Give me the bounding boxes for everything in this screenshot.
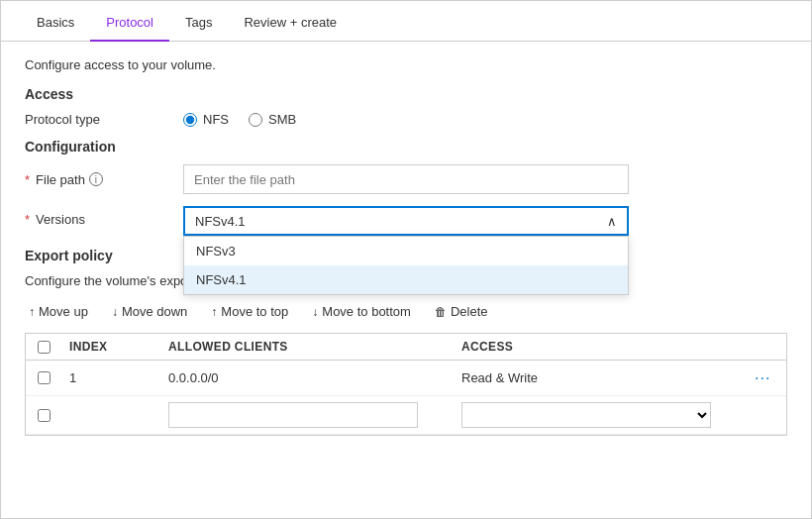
versions-required-star: * xyxy=(25,212,30,227)
file-path-info-icon[interactable]: i xyxy=(89,172,103,186)
th-checkbox xyxy=(26,340,61,354)
row1-checkbox-cell xyxy=(26,365,61,390)
move-to-bottom-icon xyxy=(312,305,318,319)
move-down-button[interactable]: Move down xyxy=(108,302,191,321)
versions-label: * Versions xyxy=(25,206,183,227)
protocol-type-radio-group: NFS SMB xyxy=(183,112,296,127)
new-row-clients-input[interactable] xyxy=(168,402,418,428)
versions-dropdown-container: NFSv4.1 NFSv3 NFSv4.1 xyxy=(183,206,629,236)
versions-option-nfsv41[interactable]: NFSv4.1 xyxy=(184,265,628,294)
page-description: Configure access to your volume. xyxy=(25,57,787,72)
new-row-index xyxy=(61,409,160,421)
new-row-actions xyxy=(747,409,786,421)
new-row-access-select[interactable]: Read & Write Read only xyxy=(461,402,711,428)
main-content: Configure access to your volume. Access … xyxy=(1,42,811,518)
versions-chevron-up-icon xyxy=(607,214,617,229)
smb-radio-option[interactable]: SMB xyxy=(249,112,296,127)
th-index: INDEX xyxy=(61,340,160,354)
nfs-radio[interactable] xyxy=(183,113,197,127)
new-row-access-cell: Read & Write Read only xyxy=(454,396,747,434)
versions-option-nfsv3[interactable]: NFSv3 xyxy=(184,237,628,265)
table-row: 1 0.0.0.0/0 Read & Write ··· xyxy=(26,361,786,396)
export-policy-table: INDEX ALLOWED CLIENTS ACCESS 1 0.0.0.0/0… xyxy=(25,333,787,436)
protocol-type-row: Protocol type NFS SMB xyxy=(25,112,787,127)
more-actions-icon[interactable]: ··· xyxy=(755,369,770,386)
move-up-icon xyxy=(29,305,35,319)
smb-label: SMB xyxy=(268,112,296,127)
versions-row: * Versions NFSv4.1 NFSv3 NFSv4.1 xyxy=(25,206,787,236)
tab-review-create[interactable]: Review + create xyxy=(228,1,353,42)
th-actions xyxy=(747,340,786,354)
tab-tags[interactable]: Tags xyxy=(169,1,228,42)
required-star: * xyxy=(25,172,30,187)
new-row-clients-cell xyxy=(160,396,454,434)
move-down-icon xyxy=(112,305,118,319)
nfs-radio-option[interactable]: NFS xyxy=(183,112,229,127)
move-to-top-icon xyxy=(211,305,217,319)
versions-selected-value: NFSv4.1 xyxy=(195,214,246,229)
delete-button[interactable]: Delete xyxy=(431,302,492,321)
trash-icon xyxy=(435,305,447,319)
select-all-checkbox[interactable] xyxy=(38,341,51,354)
smb-radio[interactable] xyxy=(249,113,262,127)
row1-checkbox[interactable] xyxy=(38,371,51,384)
file-path-input[interactable] xyxy=(183,164,629,194)
row1-more-actions[interactable]: ··· xyxy=(747,363,786,393)
tab-protocol[interactable]: Protocol xyxy=(90,1,169,42)
row1-allowed-clients: 0.0.0.0/0 xyxy=(160,364,454,391)
tab-basics[interactable]: Basics xyxy=(21,1,90,42)
row1-access: Read & Write xyxy=(454,364,747,391)
table-header: INDEX ALLOWED CLIENTS ACCESS xyxy=(26,334,786,361)
nfs-label: NFS xyxy=(203,112,229,127)
export-policy-toolbar: Move up Move down Move to top Move to bo… xyxy=(25,298,787,325)
versions-dropdown[interactable]: NFSv4.1 xyxy=(183,206,629,236)
move-to-top-button[interactable]: Move to top xyxy=(207,302,292,321)
file-path-label: * File path i xyxy=(25,172,183,187)
new-row-checkbox-cell xyxy=(26,403,61,428)
new-row-checkbox[interactable] xyxy=(38,409,51,422)
move-to-bottom-button[interactable]: Move to bottom xyxy=(308,302,415,321)
protocol-type-label: Protocol type xyxy=(25,112,183,127)
th-allowed-clients: ALLOWED CLIENTS xyxy=(160,340,454,354)
tab-bar: Basics Protocol Tags Review + create xyxy=(1,1,811,42)
access-section-title: Access xyxy=(25,86,787,102)
config-section-title: Configuration xyxy=(25,139,787,155)
th-access: ACCESS xyxy=(454,340,747,354)
table-input-row: Read & Write Read only xyxy=(26,396,786,435)
versions-dropdown-list: NFSv3 NFSv4.1 xyxy=(183,236,629,295)
move-up-button[interactable]: Move up xyxy=(25,302,92,321)
row1-index: 1 xyxy=(61,364,160,391)
file-path-row: * File path i xyxy=(25,164,787,194)
